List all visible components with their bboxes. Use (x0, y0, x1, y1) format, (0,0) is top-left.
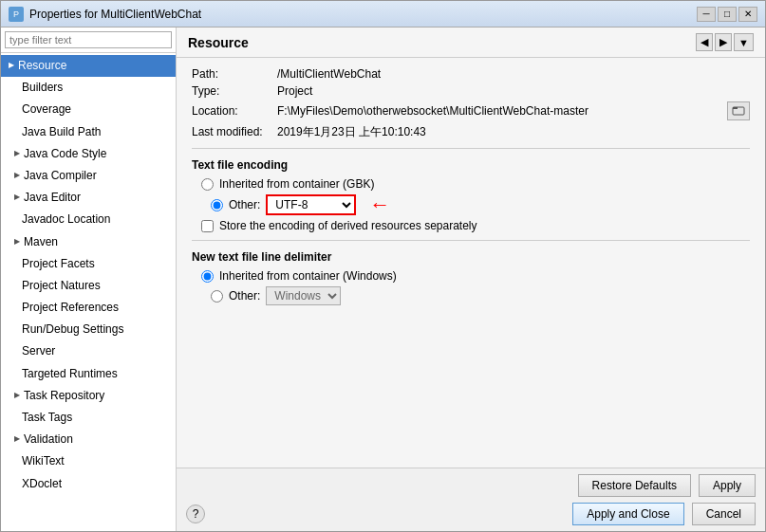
main-panel: Resource ◀ ▶ ▼ Path: /MultiClientWebChat… (177, 28, 765, 531)
sidebar-item-project-facets[interactable]: Project Facets (1, 253, 176, 275)
bottom-right: Apply and Close Cancel (572, 503, 756, 525)
store-derived-label: Store the encoding of derived resources … (219, 219, 477, 232)
sidebar-item-targeted-runtimes[interactable]: Targeted Runtimes (1, 363, 176, 385)
sidebar-item-java-code-style[interactable]: Java Code Style (1, 143, 176, 165)
sidebar-item-wikitext[interactable]: WikiText (1, 450, 176, 472)
delimiter-other-label: Other: (229, 289, 260, 303)
sidebar-item-resource[interactable]: Resource (1, 55, 176, 77)
modified-value: 2019年1月23日 上午10:10:43 (277, 124, 426, 140)
delimiter-inherited-radio[interactable] (201, 270, 214, 283)
tree-view: ResourceBuildersCoverageJava Build PathJ… (1, 53, 176, 531)
bottom-left: ? (186, 504, 205, 523)
restore-defaults-button[interactable]: Restore Defaults (578, 474, 691, 497)
properties-window: P Properties for MultiClientWebChat ─ □ … (0, 0, 766, 532)
sidebar-item-project-references[interactable]: Project References (1, 297, 176, 319)
location-row: Location: F:\MyFiles\Demo\otherwebsocket… (192, 101, 750, 120)
title-bar-left: P Properties for MultiClientWebChat (9, 7, 201, 22)
encoding-select[interactable]: UTF-8 ISO-8859-1 US-ASCII UTF-16 (266, 194, 356, 215)
help-icon[interactable]: ? (186, 504, 205, 523)
encoding-other-radio[interactable] (211, 199, 223, 211)
delimiter-other-radio[interactable] (211, 290, 223, 303)
browse-button[interactable] (727, 101, 750, 120)
sidebar-item-java-compiler[interactable]: Java Compiler (1, 165, 176, 187)
title-bar: P Properties for MultiClientWebChat ─ □ … (1, 1, 765, 28)
encoding-radio-group: Inherited from container (GBK) Other: UT… (192, 177, 750, 215)
modified-label: Last modified: (192, 125, 277, 138)
close-button[interactable]: ✕ (738, 7, 757, 22)
modified-row: Last modified: 2019年1月23日 上午10:10:43 (192, 124, 750, 140)
bottom-row1: Restore Defaults Apply (186, 474, 756, 497)
window-title: Properties for MultiClientWebChat (29, 8, 201, 21)
delimiter-inherited-label: Inherited from container (Windows) (219, 269, 397, 283)
sidebar-item-task-tags[interactable]: Task Tags (1, 407, 176, 429)
store-derived-checkbox[interactable] (201, 220, 214, 232)
type-label: Type: (192, 84, 277, 98)
sidebar-item-maven[interactable]: Maven (1, 231, 176, 253)
cancel-button[interactable]: Cancel (692, 503, 756, 525)
path-label: Path: (192, 67, 277, 81)
nav-dropdown[interactable]: ▼ (734, 33, 754, 51)
minimize-button[interactable]: ─ (697, 7, 716, 22)
sidebar-item-project-natures[interactable]: Project Natures (1, 275, 176, 297)
type-value: Project (277, 84, 312, 98)
line-delimiter-section-title: New text file line delimiter (192, 250, 750, 264)
encoding-other-label: Other: (229, 198, 260, 211)
sidebar-item-coverage[interactable]: Coverage (1, 99, 176, 120)
store-derived-row: Store the encoding of derived resources … (192, 219, 750, 232)
path-value: /MultiClientWebChat (277, 67, 381, 81)
sidebar-item-xdoclet[interactable]: XDoclet (1, 473, 176, 495)
maximize-button[interactable]: □ (718, 7, 737, 22)
sidebar: ResourceBuildersCoverageJava Build PathJ… (1, 28, 177, 531)
inherited-delimiter-row: Inherited from container (Windows) (201, 269, 750, 283)
sidebar-item-run-debug-settings[interactable]: Run/Debug Settings (1, 319, 176, 340)
sidebar-item-task-repository[interactable]: Task Repository (1, 385, 176, 407)
encoding-inherited-radio[interactable] (201, 178, 214, 191)
bottom-bar: Restore Defaults Apply ? Apply and Close… (177, 468, 765, 531)
type-row: Type: Project (192, 84, 750, 98)
main-header: Resource ◀ ▶ ▼ (177, 28, 765, 58)
content-area: ResourceBuildersCoverageJava Build PathJ… (1, 28, 765, 531)
sidebar-item-java-build-path[interactable]: Java Build Path (1, 121, 176, 143)
apply-and-close-button[interactable]: Apply and Close (572, 503, 683, 525)
inherited-encoding-row: Inherited from container (GBK) (201, 177, 750, 191)
encoding-inherited-label: Inherited from container (GBK) (219, 177, 374, 191)
other-encoding-row: Other: UTF-8 ISO-8859-1 US-ASCII UTF-16 … (201, 194, 750, 215)
filter-box (1, 28, 176, 53)
encoding-section-title: Text file encoding (192, 158, 750, 172)
nav-buttons: ◀ ▶ ▼ (696, 33, 754, 51)
title-buttons: ─ □ ✕ (697, 7, 757, 22)
sidebar-item-javadoc-location[interactable]: Javadoc Location (1, 209, 176, 230)
location-value: F:\MyFiles\Demo\otherwebsocket\MultiClie… (277, 104, 721, 118)
path-row: Path: /MultiClientWebChat (192, 67, 750, 81)
delimiter-select[interactable]: Windows Unix Mac OS (266, 286, 341, 305)
line-delimiter-radio-group: Inherited from container (Windows) Other… (192, 269, 750, 305)
sidebar-item-validation[interactable]: Validation (1, 429, 176, 450)
window-icon: P (9, 7, 24, 22)
forward-button[interactable]: ▶ (715, 33, 732, 51)
red-arrow-indicator: ← (369, 194, 390, 215)
main-content: Path: /MultiClientWebChat Type: Project … (177, 58, 765, 468)
svg-rect-1 (733, 107, 738, 109)
panel-title: Resource (188, 35, 249, 50)
filter-input[interactable] (5, 31, 172, 48)
apply-button[interactable]: Apply (699, 474, 756, 497)
other-delimiter-row: Other: Windows Unix Mac OS (201, 286, 750, 305)
sidebar-item-server[interactable]: Server (1, 340, 176, 362)
sidebar-item-builders[interactable]: Builders (1, 77, 176, 99)
back-button[interactable]: ◀ (696, 33, 713, 51)
bottom-row2: ? Apply and Close Cancel (186, 503, 756, 525)
sidebar-item-java-editor[interactable]: Java Editor (1, 187, 176, 209)
location-label: Location: (192, 104, 277, 118)
